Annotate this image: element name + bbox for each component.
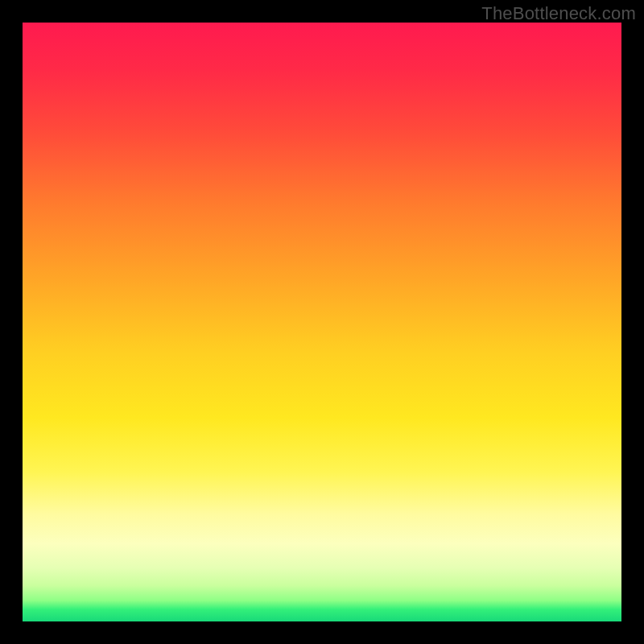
watermark-text: TheBottleneck.com [481, 3, 636, 24]
plot-area [23, 23, 621, 621]
chart-frame: TheBottleneck.com [0, 0, 644, 644]
background-gradient [23, 23, 621, 621]
